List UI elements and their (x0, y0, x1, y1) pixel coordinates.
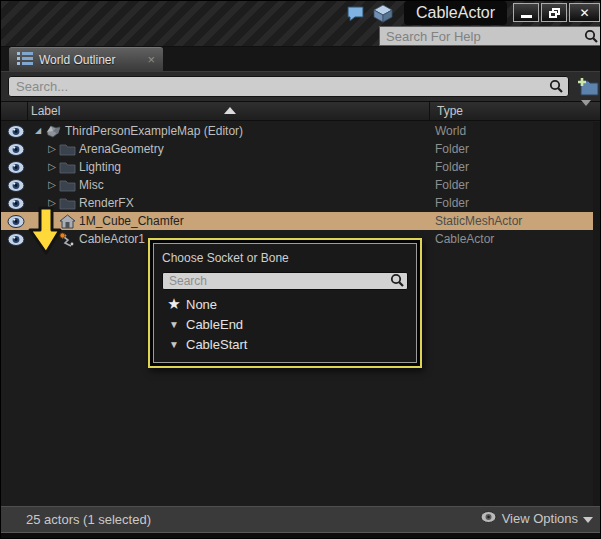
feedback-bubble-icon[interactable] (346, 5, 368, 23)
actor-count: 25 actors (1 selected) (26, 512, 151, 527)
row-type: Folder (435, 142, 469, 156)
close-button[interactable]: ✕ (569, 3, 600, 22)
popup-content: Choose Socket or Bone ★ None ▼ CableEnd … (153, 243, 417, 363)
socket-icon: ▼ (162, 339, 186, 350)
column-divider (27, 102, 28, 120)
table-row[interactable]: ▷ Lighting Folder (1, 158, 601, 176)
status-bar: 25 actors (1 selected) View Options (1, 506, 601, 532)
marketplace-cube-icon[interactable] (372, 4, 394, 22)
row-label: ArenaGeometry (79, 142, 164, 156)
table-row[interactable]: ▷ Misc Folder (1, 176, 601, 194)
search-icon (584, 29, 598, 47)
list-icon (17, 52, 33, 68)
view-options-button[interactable]: View Options (480, 511, 593, 526)
table-row[interactable]: 1M_Cube_Chamfer StaticMeshActor (1, 212, 601, 230)
visibility-eye-icon[interactable] (1, 125, 31, 138)
eye-icon (480, 511, 497, 526)
visibility-eye-icon[interactable] (1, 179, 31, 192)
sort-ascending-icon[interactable] (224, 107, 236, 114)
option-label: CableStart (186, 337, 247, 352)
socket-option[interactable]: ★ None (162, 294, 408, 314)
expander-icon[interactable]: ◢ (31, 122, 45, 140)
expander-icon[interactable]: ▷ (45, 158, 59, 176)
minimize-icon (521, 15, 532, 18)
option-label: CableEnd (186, 317, 243, 332)
row-type: CableActor (435, 232, 494, 246)
indent (31, 185, 45, 186)
help-search-input[interactable] (379, 26, 601, 46)
row-type: StaticMeshActor (435, 214, 522, 228)
search-icon (390, 273, 404, 291)
folder-icon (59, 161, 79, 174)
row-type: Folder (435, 160, 469, 174)
outliner-search-row (1, 71, 601, 101)
table-row[interactable]: ◢ ThirdPersonExampleMap (Editor) World (1, 122, 601, 140)
window-controls: ✕ (513, 3, 600, 22)
folder-icon (59, 143, 79, 156)
row-label: Misc (79, 178, 104, 192)
visibility-eye-icon[interactable] (1, 143, 31, 156)
search-icon (549, 79, 563, 97)
tab-close-icon[interactable]: × (147, 52, 155, 67)
window-titlebar: CableActor ✕ (1, 1, 601, 47)
chevron-down-icon (583, 517, 593, 523)
drag-drop-arrow-cursor (27, 205, 63, 261)
folder-icon (59, 179, 79, 192)
scrollbar-track[interactable] (593, 122, 601, 506)
tab-well: World Outliner × (1, 47, 601, 71)
indent (31, 149, 45, 150)
new-folder-button[interactable] (573, 76, 599, 97)
expander-icon[interactable]: ▷ (45, 176, 59, 194)
indent (31, 167, 45, 168)
minimize-button[interactable] (513, 3, 539, 22)
row-type: World (435, 124, 466, 138)
row-label: RenderFX (79, 196, 134, 210)
column-filter-icon[interactable] (581, 106, 593, 120)
option-label: None (186, 297, 217, 312)
socket-option[interactable]: ▼ CableStart (162, 334, 408, 354)
row-type: Folder (435, 196, 469, 210)
visibility-eye-icon[interactable] (1, 161, 31, 174)
view-options-label: View Options (502, 511, 578, 526)
choose-socket-popup: Choose Socket or Bone ★ None ▼ CableEnd … (148, 238, 422, 368)
row-label: CableActor1 (79, 232, 145, 246)
outliner-search (8, 76, 569, 97)
row-type: Folder (435, 178, 469, 192)
column-type[interactable]: Type (437, 104, 463, 118)
help-search (379, 26, 601, 46)
window-bottom-edge (1, 532, 601, 539)
socket-list: ★ None ▼ CableEnd ▼ CableStart (162, 294, 408, 354)
tab-world-outliner[interactable]: World Outliner × (9, 47, 163, 71)
restore-button[interactable] (541, 3, 567, 22)
world-icon (45, 124, 65, 138)
popup-title: Choose Socket or Bone (162, 251, 408, 265)
expander-icon[interactable]: ▷ (45, 140, 59, 158)
star-icon: ★ (162, 295, 186, 313)
column-label[interactable]: Label (31, 104, 60, 118)
outliner-search-input[interactable] (8, 76, 569, 97)
column-divider[interactable] (429, 102, 430, 120)
indent (31, 203, 45, 204)
table-row[interactable]: ▷ RenderFX Folder (1, 194, 601, 212)
row-label: ThirdPersonExampleMap (Editor) (65, 124, 243, 138)
row-label: Lighting (79, 160, 121, 174)
editor-window: CableActor ✕ World Outliner × Lab (0, 0, 601, 539)
socket-icon: ▼ (162, 319, 186, 330)
window-title: CableActor (404, 1, 507, 25)
popup-search-input[interactable] (162, 272, 408, 290)
socket-option[interactable]: ▼ CableEnd (162, 314, 408, 334)
table-row[interactable]: ▷ ArenaGeometry Folder (1, 140, 601, 158)
popup-search (162, 271, 408, 289)
row-label: 1M_Cube_Chamfer (79, 214, 184, 228)
column-header: Label Type (1, 101, 601, 121)
tab-label: World Outliner (39, 53, 115, 67)
restore-icon (549, 8, 560, 18)
